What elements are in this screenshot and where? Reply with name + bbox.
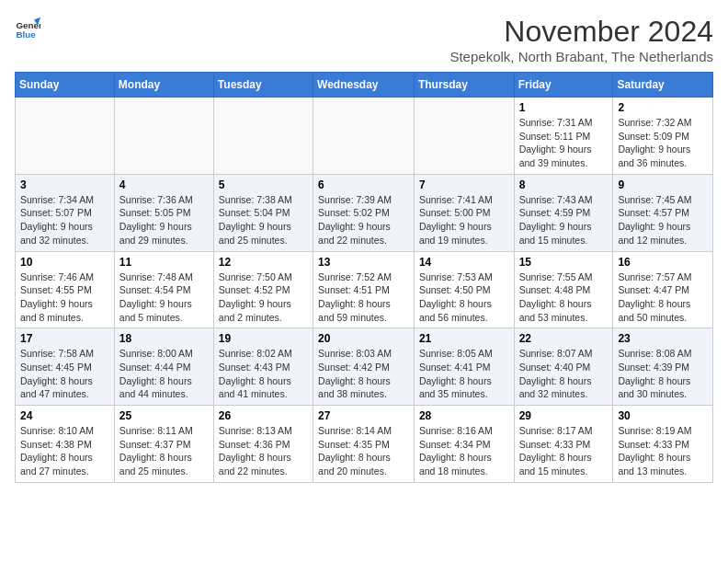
title-area: November 2024 Stepekolk, North Brabant, … [449, 15, 713, 64]
calendar-week-row: 1Sunrise: 7:31 AM Sunset: 5:11 PM Daylig… [16, 98, 713, 175]
day-info: Sunrise: 7:34 AM Sunset: 5:07 PM Dayligh… [20, 193, 109, 247]
day-info: Sunrise: 7:48 AM Sunset: 4:54 PM Dayligh… [119, 270, 209, 325]
day-number: 30 [618, 409, 708, 422]
day-info: Sunrise: 8:05 AM Sunset: 4:41 PM Dayligh… [419, 347, 509, 401]
day-info: Sunrise: 7:55 AM Sunset: 4:48 PM Dayligh… [519, 270, 609, 325]
day-info: Sunrise: 8:10 AM Sunset: 4:38 PM Dayligh… [20, 424, 109, 478]
weekday-header-row: SundayMondayTuesdayWednesdayThursdayFrid… [16, 73, 713, 98]
calendar-cell [414, 98, 514, 175]
calendar-cell: 3Sunrise: 7:34 AM Sunset: 5:07 PM Daylig… [16, 174, 115, 251]
calendar-cell: 6Sunrise: 7:39 AM Sunset: 5:02 PM Daylig… [313, 174, 415, 251]
day-info: Sunrise: 7:53 AM Sunset: 4:50 PM Dayligh… [419, 270, 509, 325]
day-number: 13 [318, 256, 409, 269]
calendar-cell [213, 98, 313, 175]
day-info: Sunrise: 8:11 AM Sunset: 4:37 PM Dayligh… [119, 424, 209, 478]
day-number: 27 [318, 409, 409, 422]
calendar-cell: 24Sunrise: 8:10 AM Sunset: 4:38 PM Dayli… [16, 406, 115, 483]
calendar-cell: 26Sunrise: 8:13 AM Sunset: 4:36 PM Dayli… [213, 406, 313, 483]
logo: General Blue [15, 15, 40, 40]
calendar-cell [16, 98, 115, 175]
location-subtitle: Stepekolk, North Brabant, The Netherland… [449, 49, 713, 64]
day-number: 14 [419, 256, 509, 269]
calendar-week-row: 17Sunrise: 7:58 AM Sunset: 4:45 PM Dayli… [16, 328, 713, 406]
day-info: Sunrise: 7:43 AM Sunset: 4:59 PM Dayligh… [519, 193, 609, 247]
day-number: 29 [519, 409, 609, 422]
day-number: 5 [219, 178, 308, 191]
day-number: 24 [20, 409, 109, 422]
day-number: 6 [318, 178, 409, 191]
day-info: Sunrise: 8:03 AM Sunset: 4:42 PM Dayligh… [318, 347, 409, 401]
day-info: Sunrise: 7:46 AM Sunset: 4:55 PM Dayligh… [20, 270, 109, 325]
calendar-cell: 27Sunrise: 8:14 AM Sunset: 4:35 PM Dayli… [313, 406, 415, 483]
day-info: Sunrise: 7:58 AM Sunset: 4:45 PM Dayligh… [20, 347, 109, 401]
weekday-header-sunday: Sunday [16, 73, 115, 98]
day-info: Sunrise: 8:13 AM Sunset: 4:36 PM Dayligh… [219, 424, 308, 478]
logo-icon: General Blue [15, 15, 40, 40]
day-info: Sunrise: 7:50 AM Sunset: 4:52 PM Dayligh… [219, 270, 308, 325]
day-info: Sunrise: 8:02 AM Sunset: 4:43 PM Dayligh… [219, 347, 308, 401]
day-info: Sunrise: 8:19 AM Sunset: 4:33 PM Dayligh… [618, 424, 708, 478]
weekday-header-monday: Monday [114, 73, 213, 98]
calendar-cell [114, 98, 213, 175]
weekday-header-thursday: Thursday [414, 73, 514, 98]
day-info: Sunrise: 7:52 AM Sunset: 4:51 PM Dayligh… [318, 270, 409, 325]
weekday-header-saturday: Saturday [613, 73, 713, 98]
calendar-week-row: 10Sunrise: 7:46 AM Sunset: 4:55 PM Dayli… [16, 251, 713, 328]
day-info: Sunrise: 7:36 AM Sunset: 5:05 PM Dayligh… [119, 193, 209, 247]
day-info: Sunrise: 8:17 AM Sunset: 4:33 PM Dayligh… [519, 424, 609, 478]
day-info: Sunrise: 8:08 AM Sunset: 4:39 PM Dayligh… [618, 347, 708, 401]
calendar-cell: 23Sunrise: 8:08 AM Sunset: 4:39 PM Dayli… [613, 328, 713, 406]
day-info: Sunrise: 8:14 AM Sunset: 4:35 PM Dayligh… [318, 424, 409, 478]
calendar-cell: 30Sunrise: 8:19 AM Sunset: 4:33 PM Dayli… [613, 406, 713, 483]
day-number: 9 [618, 178, 708, 191]
day-number: 15 [519, 256, 609, 269]
calendar-cell: 8Sunrise: 7:43 AM Sunset: 4:59 PM Daylig… [514, 174, 613, 251]
calendar-cell: 10Sunrise: 7:46 AM Sunset: 4:55 PM Dayli… [16, 251, 115, 328]
calendar-cell: 9Sunrise: 7:45 AM Sunset: 4:57 PM Daylig… [613, 174, 713, 251]
day-number: 16 [618, 256, 708, 269]
calendar-cell: 29Sunrise: 8:17 AM Sunset: 4:33 PM Dayli… [514, 406, 613, 483]
day-info: Sunrise: 7:31 AM Sunset: 5:11 PM Dayligh… [519, 116, 609, 170]
day-info: Sunrise: 8:16 AM Sunset: 4:34 PM Dayligh… [419, 424, 509, 478]
calendar-cell: 4Sunrise: 7:36 AM Sunset: 5:05 PM Daylig… [114, 174, 213, 251]
header: General Blue November 2024 Stepekolk, No… [15, 15, 713, 64]
day-info: Sunrise: 7:45 AM Sunset: 4:57 PM Dayligh… [618, 193, 708, 247]
day-number: 12 [219, 256, 308, 269]
day-number: 18 [119, 332, 209, 345]
day-number: 7 [419, 178, 509, 191]
svg-text:Blue: Blue [16, 29, 36, 40]
calendar-cell: 21Sunrise: 8:05 AM Sunset: 4:41 PM Dayli… [414, 328, 514, 406]
day-number: 28 [419, 409, 509, 422]
calendar-cell: 22Sunrise: 8:07 AM Sunset: 4:40 PM Dayli… [514, 328, 613, 406]
calendar-cell: 18Sunrise: 8:00 AM Sunset: 4:44 PM Dayli… [114, 328, 213, 406]
calendar-cell: 25Sunrise: 8:11 AM Sunset: 4:37 PM Dayli… [114, 406, 213, 483]
calendar-cell: 12Sunrise: 7:50 AM Sunset: 4:52 PM Dayli… [213, 251, 313, 328]
day-number: 17 [20, 332, 109, 345]
day-number: 10 [20, 256, 109, 269]
weekday-header-wednesday: Wednesday [313, 73, 415, 98]
calendar-cell: 14Sunrise: 7:53 AM Sunset: 4:50 PM Dayli… [414, 251, 514, 328]
calendar-cell: 13Sunrise: 7:52 AM Sunset: 4:51 PM Dayli… [313, 251, 415, 328]
calendar-cell: 11Sunrise: 7:48 AM Sunset: 4:54 PM Dayli… [114, 251, 213, 328]
calendar-cell: 15Sunrise: 7:55 AM Sunset: 4:48 PM Dayli… [514, 251, 613, 328]
day-number: 25 [119, 409, 209, 422]
calendar-cell: 5Sunrise: 7:38 AM Sunset: 5:04 PM Daylig… [213, 174, 313, 251]
calendar-cell: 2Sunrise: 7:32 AM Sunset: 5:09 PM Daylig… [613, 98, 713, 175]
calendar-cell: 28Sunrise: 8:16 AM Sunset: 4:34 PM Dayli… [414, 406, 514, 483]
day-number: 21 [419, 332, 509, 345]
day-info: Sunrise: 7:39 AM Sunset: 5:02 PM Dayligh… [318, 193, 409, 247]
day-number: 26 [219, 409, 308, 422]
weekday-header-tuesday: Tuesday [213, 73, 313, 98]
calendar-table: SundayMondayTuesdayWednesdayThursdayFrid… [15, 72, 713, 483]
day-number: 11 [119, 256, 209, 269]
month-title: November 2024 [449, 15, 713, 49]
day-number: 3 [20, 178, 109, 191]
day-number: 22 [519, 332, 609, 345]
day-number: 23 [618, 332, 708, 345]
day-info: Sunrise: 7:41 AM Sunset: 5:00 PM Dayligh… [419, 193, 509, 247]
day-info: Sunrise: 8:00 AM Sunset: 4:44 PM Dayligh… [119, 347, 209, 401]
calendar-cell: 17Sunrise: 7:58 AM Sunset: 4:45 PM Dayli… [16, 328, 115, 406]
day-number: 2 [618, 101, 708, 114]
calendar-cell: 20Sunrise: 8:03 AM Sunset: 4:42 PM Dayli… [313, 328, 415, 406]
day-number: 19 [219, 332, 308, 345]
